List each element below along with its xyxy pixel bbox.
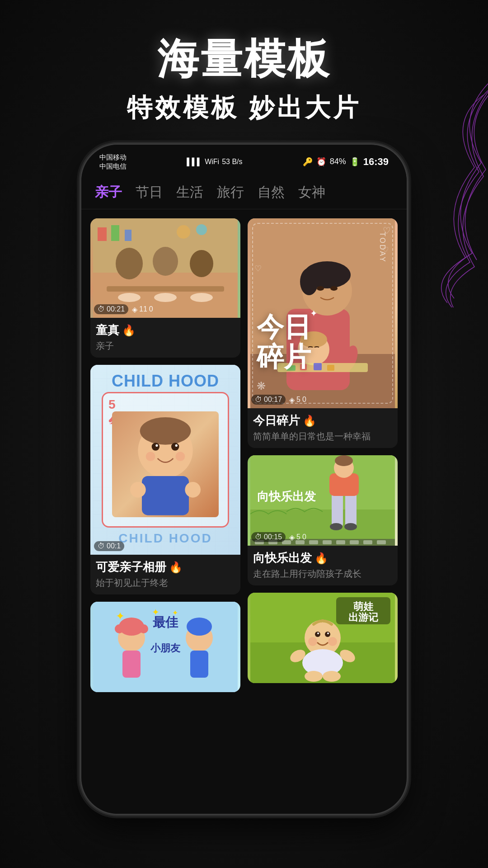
svg-text:萌娃: 萌娃 <box>353 601 374 612</box>
svg-point-16 <box>140 417 191 445</box>
gohappy-title-text: 向快乐出发 <box>253 550 312 566</box>
left-column: ⏱ 00:21 ◈ 11 0 <box>90 218 240 692</box>
jrsp-subtitle: 简简单单的日常也是一种幸福 <box>253 430 392 443</box>
card-frame: 5♠ <box>102 392 229 528</box>
tab-ziran[interactable]: 自然 <box>258 183 285 202</box>
svg-text:小朋友: 小朋友 <box>150 642 181 654</box>
svg-point-66 <box>344 523 357 530</box>
card-tongzhen[interactable]: ⏱ 00:21 ◈ 11 0 <box>90 218 240 358</box>
gohappy-bg: 向快乐出发 ⏱ 00:15 ◈ <box>248 455 398 546</box>
main-overlay-text: 今日碎片 ✦ <box>257 312 311 372</box>
childhood-overlay: ⏱ 00:1 <box>94 541 124 551</box>
tab-qinzi[interactable]: 亲子 <box>95 183 122 202</box>
baby-face-svg <box>112 411 219 517</box>
phone-wrapper: 中国移动 中国电信 ▌▌▌ WiFi 53 B/s 🔑 ⏰ 84% 🔋 16:3… <box>81 145 407 814</box>
svg-point-31 <box>115 624 124 633</box>
layers2-icon: ◈ <box>289 396 295 404</box>
childhood-time: 00:1 <box>107 542 121 550</box>
childhood-image: CHILD HOOD 5♠ <box>90 365 240 555</box>
status-right: 🔑 ⏰ 84% 🔋 16:39 <box>303 156 389 168</box>
classroom-svg <box>90 218 240 318</box>
svg-point-19 <box>155 444 158 447</box>
svg-point-82 <box>315 632 320 637</box>
card-baby[interactable]: 萌娃 出游记 <box>248 593 398 683</box>
svg-rect-73 <box>323 540 332 544</box>
svg-point-20 <box>175 444 178 447</box>
tab-shenghuo[interactable]: 生活 <box>176 183 203 202</box>
svg-point-4 <box>190 250 213 277</box>
clock2-icon: ⏱ <box>98 542 105 550</box>
svg-rect-77 <box>377 540 386 544</box>
childhood-frame: CHILD HOOD 5♠ <box>90 365 240 555</box>
card-gohappy[interactable]: 向快乐出发 ⏱ 00:15 ◈ <box>248 455 398 585</box>
svg-text:出游记: 出游记 <box>348 612 379 623</box>
childhood-subtitle: 始于初见止于终老 <box>96 577 235 589</box>
tab-lvxing[interactable]: 旅行 <box>217 183 244 202</box>
child-photo <box>112 411 219 517</box>
clock-icon: ⏱ <box>98 305 105 313</box>
content-area: ⏱ 00:21 ◈ 11 0 <box>81 209 407 701</box>
svg-point-24 <box>130 482 146 498</box>
svg-rect-61 <box>345 491 357 528</box>
svg-rect-76 <box>363 540 372 544</box>
phone-screen: 中国移动 中国电信 ▌▌▌ WiFi 53 B/s 🔑 ⏰ 84% 🔋 16:3… <box>81 145 407 814</box>
svg-text:最佳: 最佳 <box>153 615 178 629</box>
childhood-title: 可爱亲子相册 🔥 <box>96 559 235 575</box>
fire2-icon: 🔥 <box>169 561 183 574</box>
heart-deco3: ♡ <box>254 264 262 274</box>
svg-point-9 <box>196 224 207 235</box>
phone-frame: 中国移动 中国电信 ▌▌▌ WiFi 53 B/s 🔑 ⏰ 84% 🔋 16:3… <box>81 145 407 814</box>
card-bestfriends[interactable]: ✦ ✦ <box>90 602 240 692</box>
childhood-bg: CHILD HOOD 5♠ <box>90 365 240 555</box>
right-column: ♡ ♡ ♡ TODAY 今日碎片 ✦ <box>248 218 398 692</box>
battery-icon: 🔋 <box>350 157 360 167</box>
tongzhen-title: 童真 🔥 <box>96 322 235 338</box>
svg-rect-10 <box>107 286 224 292</box>
gohappy-duration: ⏱ 00:15 <box>251 532 286 542</box>
svg-point-3 <box>153 247 178 276</box>
fire3-icon: 🔥 <box>303 415 316 427</box>
svg-point-18 <box>171 443 179 450</box>
main-title: 海量模板 <box>0 36 488 82</box>
lock-icon: 🔑 <box>303 157 313 167</box>
card-childhood[interactable]: CHILD HOOD 5♠ <box>90 365 240 594</box>
card-jrsp[interactable]: ♡ ♡ ♡ TODAY 今日碎片 ✦ <box>248 218 398 448</box>
gohappy-info: 向快乐出发 🔥 走在路上用行动陪孩子成长 <box>248 546 398 585</box>
stats: ◈ 11 0 <box>132 305 153 314</box>
card-grid: ⏱ 00:21 ◈ 11 0 <box>90 218 398 692</box>
fire4-icon: 🔥 <box>314 552 328 565</box>
carrier1-label: 中国移动 <box>99 153 127 162</box>
childhood-duration: ⏱ 00:1 <box>94 541 124 551</box>
jrsp-image: ♡ ♡ ♡ TODAY 今日碎片 ✦ <box>248 218 398 408</box>
svg-point-22 <box>176 452 185 461</box>
signal-indicators: ▌▌▌ WiFi 53 B/s <box>187 158 242 166</box>
svg-point-85 <box>327 632 329 634</box>
overlay-jrsp: 今日碎片 <box>257 312 311 372</box>
gohappy-stats: ◈ 5 0 <box>289 533 306 542</box>
jrsp-title: 今日碎片 🔥 <box>253 413 392 429</box>
title-text: 童真 <box>96 322 119 338</box>
carrier2-label: 中国电信 <box>99 162 127 171</box>
baby-image: 萌娃 出游记 <box>248 593 398 683</box>
jrsp-stat2: 0 <box>302 396 306 404</box>
svg-rect-72 <box>309 540 318 544</box>
tongzhen-info: 童真 🔥 亲子 <box>90 318 240 358</box>
gohappy-stat1: 5 <box>296 533 300 541</box>
father-child-bg: ♡ ♡ ♡ TODAY 今日碎片 ✦ <box>248 218 398 408</box>
clock4-icon: ⏱ <box>255 533 262 541</box>
gohappy-image: 向快乐出发 ⏱ 00:15 ◈ <box>248 455 398 546</box>
svg-point-64 <box>335 455 353 466</box>
jrsp-duration: ⏱ 00:17 <box>251 395 286 405</box>
signal-bars: ▌▌▌ <box>187 158 202 166</box>
today-text: TODAY <box>378 232 386 263</box>
tab-nvs hen[interactable]: 女神 <box>298 183 325 202</box>
gohappy-subtitle: 走在路上用行动陪孩子成长 <box>253 568 392 580</box>
svg-rect-75 <box>350 540 359 544</box>
duration-text: 00:21 <box>107 305 125 313</box>
battery-percent: 84% <box>330 157 346 166</box>
svg-point-25 <box>185 482 201 498</box>
tab-jieri[interactable]: 节日 <box>136 183 163 202</box>
svg-rect-5 <box>98 227 107 241</box>
wifi-icon: WiFi <box>205 158 219 166</box>
svg-point-21 <box>146 452 155 461</box>
